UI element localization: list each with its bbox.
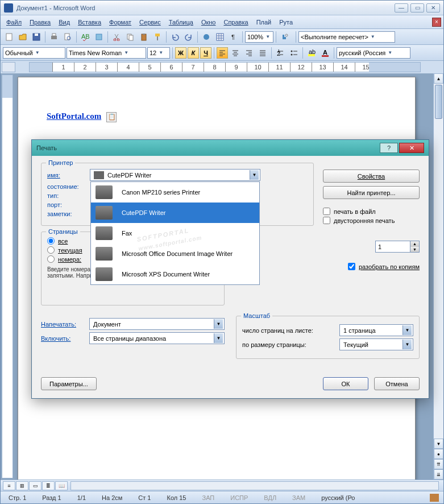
status-trk[interactable]: ИСПР: [227, 494, 251, 501]
print-to-file-checkbox[interactable]: печать в файл: [323, 208, 420, 215]
numbering-button[interactable]: 12: [274, 47, 287, 59]
menu-file[interactable]: Файл: [3, 17, 25, 27]
horizontal-ruler[interactable]: 1234567891011121314151617: [29, 62, 421, 72]
align-right-button[interactable]: [243, 47, 255, 59]
browse-object-button[interactable]: ●: [434, 449, 443, 459]
ok-button[interactable]: ОК: [323, 377, 368, 390]
align-center-button[interactable]: [229, 47, 242, 59]
document-link[interactable]: SoftPortal.com: [47, 111, 101, 121]
status-at[interactable]: На 2см: [98, 494, 126, 501]
printer-name-combo[interactable]: CutePDF Writer ▼ Canon MP210 series Prin…: [90, 169, 260, 181]
cancel-button[interactable]: Отмена: [374, 377, 420, 390]
printer-option-2[interactable]: Fax: [91, 223, 259, 243]
horizontal-scrollbar[interactable]: [70, 481, 439, 490]
duplex-checkbox[interactable]: двусторонняя печать: [323, 217, 420, 224]
paste-icon[interactable]: [138, 31, 150, 43]
menu-help[interactable]: Справка: [220, 17, 251, 27]
bold-button[interactable]: Ж: [175, 47, 186, 59]
open-icon[interactable]: [16, 31, 29, 43]
dialog-close-button[interactable]: ✕: [399, 143, 424, 153]
reading-view-button[interactable]: 📖: [55, 481, 68, 490]
close-document-button[interactable]: ×: [432, 18, 441, 27]
status-col[interactable]: Кол 15: [163, 494, 189, 501]
font-select[interactable]: Times New Roman▼: [67, 47, 146, 59]
status-section[interactable]: Разд 1: [39, 494, 64, 501]
table-grid-icon[interactable]: [214, 31, 226, 43]
dialog-titlebar[interactable]: Печать ? ✕: [32, 140, 429, 156]
status-lang[interactable]: русский (Ро: [318, 494, 358, 501]
spellcheck-icon[interactable]: ABC: [79, 31, 92, 43]
zoom-select[interactable]: 100%▼: [245, 31, 273, 43]
maximize-button[interactable]: ▭: [410, 3, 424, 13]
print-what-combo[interactable]: Документ▼: [89, 318, 225, 330]
undo-icon[interactable]: [169, 31, 181, 43]
spin-up[interactable]: ▲: [410, 241, 419, 247]
italic-button[interactable]: К: [188, 47, 199, 59]
chevron-down-icon[interactable]: ▼: [250, 170, 259, 180]
new-icon[interactable]: [3, 31, 15, 43]
menu-ruta[interactable]: Рута: [276, 17, 296, 27]
scroll-up-button[interactable]: ▲: [434, 73, 443, 84]
save-icon[interactable]: [30, 31, 43, 43]
vertical-scrollbar[interactable]: ▲ ▼ ● ⇈ ⇊: [433, 73, 443, 480]
status-ext[interactable]: ВДЛ: [260, 494, 280, 501]
printer-option-3[interactable]: Microsoft Office Document Image Writer: [91, 243, 259, 264]
language-select[interactable]: русский (Россия▼: [337, 47, 410, 59]
align-left-button[interactable]: [217, 47, 228, 59]
web-view-button[interactable]: ⊞: [16, 481, 28, 490]
menu-table[interactable]: Таблица: [165, 17, 197, 27]
outline-view-button[interactable]: ≣: [42, 481, 55, 490]
properties-button[interactable]: Свойства: [323, 170, 420, 183]
vertical-ruler[interactable]: [2, 75, 13, 478]
status-page[interactable]: Стр. 1: [5, 494, 30, 501]
fit-to-combo[interactable]: Текущий▼: [339, 338, 413, 350]
scroll-thumb[interactable]: [435, 85, 442, 119]
copies-input[interactable]: [376, 241, 410, 252]
normal-view-button[interactable]: ≡: [3, 481, 15, 490]
close-button[interactable]: ✕: [426, 3, 440, 13]
collate-checkbox[interactable]: разобрать по копиям: [236, 263, 420, 270]
cut-icon[interactable]: [110, 31, 123, 43]
next-page-button[interactable]: ⇊: [434, 469, 443, 480]
printer-option-4[interactable]: Microsoft XPS Document Writer: [91, 264, 259, 284]
include-combo[interactable]: Все страницы диапазона▼: [89, 332, 225, 344]
hyperlink-icon[interactable]: [200, 31, 213, 43]
dialog-help-button[interactable]: ?: [380, 143, 398, 153]
status-pages[interactable]: 1/1: [74, 494, 89, 501]
underline-button[interactable]: Ч: [200, 47, 211, 59]
justify-button[interactable]: [256, 47, 269, 59]
menu-tools[interactable]: Сервис: [136, 17, 164, 27]
font-size-select[interactable]: 12▼: [147, 47, 170, 59]
find-icon[interactable]: [279, 31, 291, 43]
recalc-select[interactable]: <Выполните пересчет>▼: [298, 31, 395, 43]
spin-down[interactable]: ▼: [410, 247, 419, 253]
status-rec[interactable]: ЗАП: [198, 494, 218, 501]
paste-options-icon[interactable]: [106, 112, 117, 122]
menu-view[interactable]: Вид: [55, 17, 73, 27]
preview-icon[interactable]: [61, 31, 74, 43]
font-color-button[interactable]: A: [319, 47, 331, 59]
menu-format[interactable]: Формат: [106, 17, 135, 27]
research-icon[interactable]: [93, 31, 105, 43]
format-painter-icon[interactable]: [151, 31, 164, 43]
status-book-icon[interactable]: [430, 494, 439, 502]
menu-insert[interactable]: Вставка: [74, 17, 105, 27]
style-select[interactable]: Обычный▼: [3, 47, 65, 59]
printer-option-1[interactable]: CutePDF Writer: [91, 203, 259, 223]
print-icon[interactable]: [48, 31, 60, 43]
print-layout-button[interactable]: ▭: [29, 481, 42, 490]
menu-edit[interactable]: Правка: [26, 17, 54, 27]
redo-icon[interactable]: [182, 31, 195, 43]
copy-icon[interactable]: [124, 31, 136, 43]
bullets-button[interactable]: [288, 47, 300, 59]
minimize-button[interactable]: —: [395, 3, 408, 13]
pages-per-sheet-combo[interactable]: 1 страница▼: [339, 324, 413, 336]
show-marks-icon[interactable]: ¶: [227, 31, 240, 43]
find-printer-button[interactable]: Найти принтер...: [323, 186, 420, 199]
status-ovr[interactable]: ЗАМ: [289, 494, 309, 501]
menu-play[interactable]: Плай: [253, 17, 275, 27]
status-line[interactable]: Ст 1: [135, 494, 154, 501]
parameters-button[interactable]: Параметры...: [41, 377, 97, 390]
printer-option-0[interactable]: Canon MP210 series Printer: [91, 182, 259, 203]
scroll-down-button[interactable]: ▼: [434, 439, 443, 449]
